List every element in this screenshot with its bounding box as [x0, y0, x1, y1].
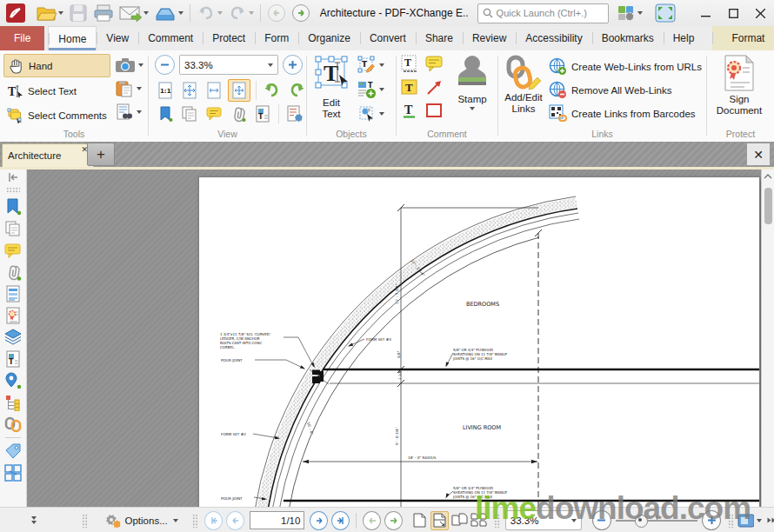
statusbar-grip[interactable] — [192, 514, 198, 528]
snapshot-button[interactable] — [115, 54, 143, 76]
highlight-text-button[interactable]: T — [400, 77, 421, 98]
print-button[interactable] — [90, 2, 117, 24]
links-pane-icon[interactable] — [4, 416, 22, 433]
vertical-scrollbar[interactable] — [761, 170, 774, 507]
edit-object-button[interactable]: T — [357, 54, 384, 76]
paste-caret[interactable] — [137, 87, 142, 90]
hand-tool-button[interactable]: Hand — [3, 54, 110, 77]
typewriter-button[interactable]: T — [400, 54, 421, 75]
scrollbar-thumb[interactable] — [764, 188, 772, 224]
create-weblinks-button[interactable]: Create Web-Links from URLs — [549, 56, 702, 77]
fields-pane-icon[interactable] — [4, 285, 22, 303]
statusbar-expand-icon[interactable] — [767, 518, 774, 523]
signatures-pane-icon[interactable] — [4, 307, 22, 324]
scan-caret[interactable] — [178, 11, 183, 15]
last-page-button[interactable] — [331, 511, 350, 530]
pane-options-button[interactable] — [284, 103, 305, 124]
zorder-pane-icon[interactable] — [4, 464, 22, 482]
open-file-button[interactable] — [33, 2, 66, 24]
view-forward-button[interactable] — [384, 511, 403, 530]
history-forward-button[interactable] — [289, 2, 313, 24]
find-caret[interactable] — [137, 110, 142, 114]
statusbar-grip[interactable] — [494, 514, 500, 528]
select-object-button[interactable] — [357, 103, 384, 124]
tab-home[interactable]: Home — [48, 26, 97, 50]
tab-bookmarks[interactable]: Bookmarks — [592, 26, 664, 50]
arrow-annotation-button[interactable] — [424, 77, 445, 98]
edit-text-button[interactable]: T Edit Text — [310, 54, 352, 120]
statusbar-grip[interactable] — [728, 514, 734, 528]
remove-weblinks-button[interactable]: Remove All Web-Links — [549, 79, 702, 101]
tab-organize[interactable]: Organize — [298, 26, 360, 50]
statusbar-zoom-in-button[interactable] — [702, 510, 721, 530]
comments-pane-icon[interactable] — [4, 242, 22, 259]
zoom-level-combobox[interactable]: 33.3% — [179, 55, 278, 75]
zoom-out-button[interactable] — [155, 55, 175, 75]
statusbar-zoom-combobox[interactable]: 33.3% — [505, 510, 582, 530]
select-object-caret[interactable] — [379, 112, 384, 116]
tab-form[interactable]: Form — [255, 26, 298, 50]
redo-caret[interactable] — [249, 11, 254, 15]
bookmarks-pane-icon[interactable] — [4, 198, 22, 216]
tab-help[interactable]: Help — [664, 26, 704, 50]
view-back-button[interactable] — [363, 511, 381, 530]
maximize-button[interactable] — [720, 2, 747, 24]
document-canvas[interactable]: BEDROOMSLIVING ROOM18' - 0" RADIUS1 3/4"… — [27, 170, 761, 507]
edit-object-caret[interactable] — [379, 63, 384, 67]
actual-size-button[interactable]: 1:1 — [155, 80, 176, 101]
attachments-button[interactable] — [228, 103, 249, 124]
tab-convert[interactable]: Convert — [360, 26, 416, 50]
pan-view-icon[interactable] — [737, 514, 754, 528]
thumbnails-button[interactable] — [179, 103, 200, 124]
pane-grip[interactable] — [6, 187, 20, 194]
layout-single-button[interactable] — [411, 512, 428, 529]
fullscreen-button[interactable] — [652, 2, 678, 24]
ui-options-button[interactable] — [614, 2, 645, 24]
email-button[interactable] — [117, 2, 151, 24]
tab-file[interactable]: File — [0, 26, 44, 50]
thumbnails-pane-icon[interactable] — [4, 220, 22, 237]
options-gear-icon[interactable] — [103, 512, 122, 529]
layout-two-up-button[interactable] — [451, 512, 468, 529]
attachments-pane-icon[interactable] — [4, 263, 22, 281]
tab-share[interactable]: Share — [416, 26, 463, 50]
minimize-button[interactable] — [692, 2, 719, 24]
tab-format[interactable]: Format — [712, 26, 774, 50]
layers-pane-icon[interactable] — [3, 329, 23, 346]
add-object-button[interactable]: T — [357, 78, 384, 100]
page-number-input[interactable]: 1/10 — [250, 511, 304, 529]
undo-button[interactable] — [194, 2, 225, 24]
zoom-in-button[interactable] — [283, 55, 303, 75]
options-caret[interactable] — [173, 519, 178, 522]
links-from-barcodes-button[interactable]: Create Links from Barcodes — [549, 103, 702, 124]
tab-view[interactable]: View — [97, 26, 138, 50]
content-pane-icon[interactable]: T — [4, 350, 22, 368]
tab-review[interactable]: Review — [463, 26, 516, 50]
statusbar-grip[interactable] — [82, 514, 88, 528]
quick-launch-input[interactable]: Quick Launch (Ctrl+.) — [477, 3, 610, 23]
paste-button[interactable] — [115, 77, 143, 99]
fit-width-button[interactable] — [204, 80, 224, 101]
pan-view-caret[interactable] — [757, 519, 762, 522]
ui-options-caret[interactable] — [637, 11, 643, 15]
layout-two-up-continuous-button[interactable] — [470, 512, 487, 529]
content-button[interactable]: T — [252, 103, 273, 124]
scroll-up-icon[interactable] — [764, 173, 772, 182]
open-file-caret[interactable] — [58, 11, 63, 15]
zoom-slider-knob[interactable] — [635, 515, 648, 528]
next-page-button[interactable] — [310, 511, 328, 530]
statusbar-zoom-out-button[interactable] — [592, 510, 611, 530]
save-button[interactable] — [66, 2, 90, 24]
statusbar-collapse-icon[interactable] — [31, 516, 37, 524]
zoom-slider[interactable] — [616, 512, 698, 529]
scan-button[interactable] — [151, 2, 186, 24]
layout-continuous-button[interactable] — [430, 511, 449, 530]
bookmarks-button[interactable] — [155, 103, 176, 124]
select-text-button[interactable]: T Select Text — [3, 80, 110, 102]
rotate-ccw-button[interactable] — [262, 80, 283, 101]
comments-button[interactable] — [204, 103, 224, 124]
close-button[interactable] — [747, 2, 774, 24]
tab-protect[interactable]: Protect — [203, 26, 255, 50]
snapshot-caret[interactable] — [138, 63, 143, 67]
tags-pane-icon[interactable] — [4, 442, 22, 460]
